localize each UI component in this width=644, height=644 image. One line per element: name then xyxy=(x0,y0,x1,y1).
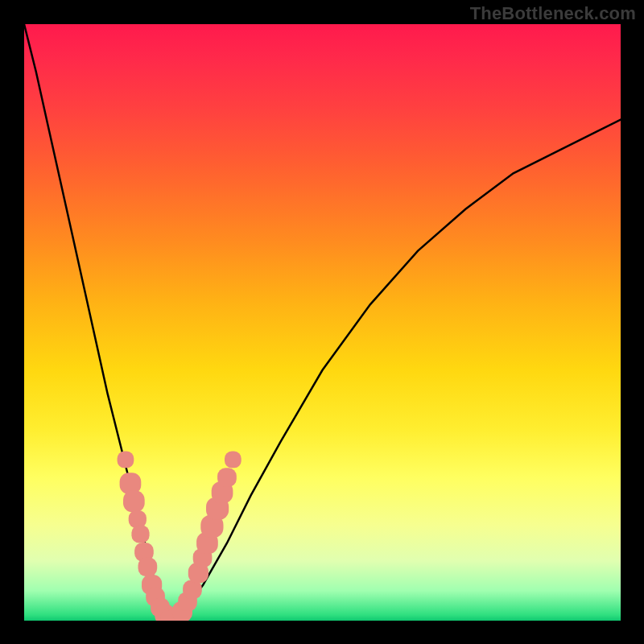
bottleneck-curve xyxy=(24,24,621,621)
marker-point xyxy=(118,452,134,469)
marker-point xyxy=(138,558,158,577)
plot-area xyxy=(24,24,621,621)
marker-point xyxy=(225,452,242,469)
marker-point xyxy=(217,468,237,487)
marker-point xyxy=(131,525,149,543)
marker-point xyxy=(123,491,145,513)
watermark-text: TheBottleneck.com xyxy=(470,3,636,24)
chart-svg xyxy=(24,24,621,621)
marker-cluster xyxy=(118,452,242,621)
chart-frame: TheBottleneck.com xyxy=(0,0,644,644)
